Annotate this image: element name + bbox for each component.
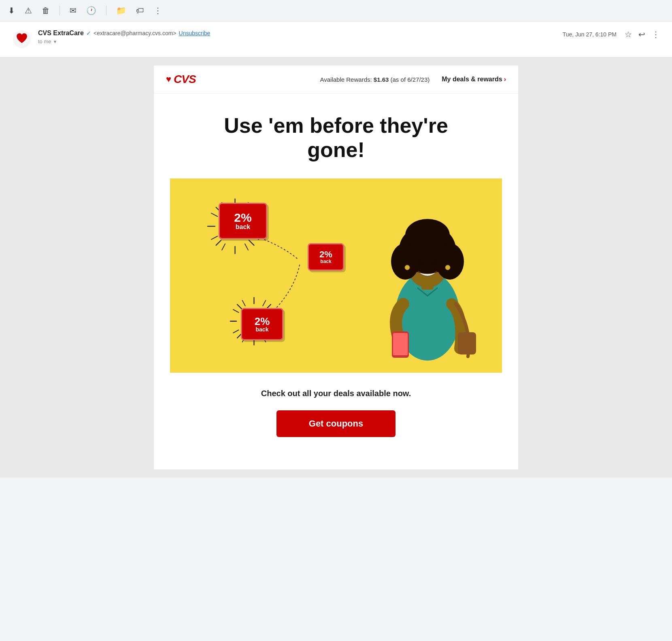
svg-point-39 [405,219,450,251]
svg-line-4 [249,240,254,245]
svg-line-25 [263,300,266,306]
sender-name: CVS ExtraCare [38,30,84,37]
svg-line-31 [233,309,239,312]
bottom-section: Check out all your deals available now. … [170,373,502,453]
toolbar-divider [60,6,60,15]
svg-point-37 [391,243,419,280]
email-header: CVS ExtraCare ✓ <extracare@pharmacy.cvs.… [0,21,672,57]
cvs-heart-icon: ♥ [166,74,171,85]
cvs-nav: Available Rewards: $1.63 (as of 6/27/23)… [320,76,506,83]
svg-line-15 [211,213,217,216]
cvs-email-header: ♥ CVS Available Rewards: $1.63 (as of 6/… [154,66,518,93]
chevron-right-icon: › [504,76,506,83]
available-rewards-text: Available Rewards: $1.63 (as of 6/27/23) [320,76,430,83]
badge-text-2: back [320,259,331,264]
sender-avatar [12,30,32,49]
sender-email: <extracare@pharmacy.cvs.com> [94,30,177,36]
toolbar: ⬇ ⚠ 🗑 ✉ 🕐 📁 🏷 ⋮ [0,0,672,21]
report-icon[interactable]: ⚠ [25,6,32,15]
label-icon[interactable]: 🏷 [136,6,144,15]
svg-point-43 [445,265,450,270]
cvs-logo-text: CVS [174,73,196,86]
badge-text-3: back [256,327,269,332]
rewards-label: Available Rewards: [320,76,372,83]
sender-info: CVS ExtraCare ✓ <extracare@pharmacy.cvs.… [38,30,563,45]
sender-name-row: CVS ExtraCare ✓ <extracare@pharmacy.cvs.… [38,30,563,37]
svg-point-41 [431,260,436,265]
chevron-down-icon: ▼ [53,39,57,44]
archive-icon[interactable]: ⬇ [8,6,15,15]
cvs-logo: ♥ CVS [166,73,196,86]
email-date: Tue, Jun 27, 6:10 PM [563,31,617,38]
svg-line-24 [237,304,242,309]
hero-title: Use 'em before they're gone! [215,114,457,162]
svg-line-12 [245,244,248,250]
move-icon[interactable]: 📁 [116,6,126,15]
email-action-icons: ☆ ↩ ⋮ [625,30,660,39]
my-deals-label: My deals & rewards [442,76,502,83]
email-icon[interactable]: ✉ [70,6,77,15]
verified-badge: ✓ [86,30,91,36]
reply-icon[interactable]: ↩ [638,30,645,39]
email-meta: Tue, Jun 27, 6:10 PM ☆ ↩ ⋮ [563,30,660,39]
rewards-date: (as of 6/27/23) [391,76,430,83]
svg-point-38 [436,243,464,280]
badge-2percent-medium: 2% back [308,243,344,271]
toolbar-divider2 [106,6,106,15]
svg-line-6 [216,240,221,245]
recipient-row[interactable]: to me ▼ [38,38,563,45]
badge-2percent-large: 2% back [219,203,267,239]
badge-text-1: back [236,224,250,230]
hero-section: Use 'em before they're gone! [154,93,518,469]
svg-point-42 [405,265,410,270]
snooze-icon[interactable]: 🕐 [86,6,96,15]
recipient-label: to me [38,38,51,45]
svg-rect-46 [458,332,476,354]
svg-line-13 [222,244,225,250]
badge-percent-1: 2% [234,212,251,224]
unsubscribe-link[interactable]: Unsubscribe [179,30,211,36]
more-options-icon[interactable]: ⋮ [154,6,162,15]
get-coupons-button[interactable]: Get coupons [276,410,396,437]
email-body-wrapper: ♥ CVS Available Rewards: $1.63 (as of 6/… [154,66,518,469]
badges-area: 2% back 2% back 2% back [170,178,353,373]
promo-image: 2% back 2% back 2% back [170,178,502,373]
cvs-heart-avatar [13,30,31,48]
deals-text: Check out all your deals available now. [186,389,486,398]
svg-rect-45 [393,333,408,355]
my-deals-link[interactable]: My deals & rewards › [442,76,506,83]
svg-line-30 [233,330,239,333]
badge-2percent-bottom: 2% back [241,308,283,340]
svg-line-14 [211,236,217,239]
star-icon[interactable]: ☆ [625,30,632,39]
person-illustration [371,187,484,373]
delete-icon[interactable]: 🗑 [42,6,50,15]
rewards-amount: $1.63 [374,76,389,83]
svg-line-32 [242,300,245,306]
badge-percent-3: 2% [255,316,270,327]
person-area [353,178,502,373]
badge-percent-2: 2% [319,250,332,259]
svg-point-40 [419,260,424,265]
more-email-icon[interactable]: ⋮ [652,30,660,39]
email-body-outer: ♥ CVS Available Rewards: $1.63 (as of 6/… [0,57,672,478]
